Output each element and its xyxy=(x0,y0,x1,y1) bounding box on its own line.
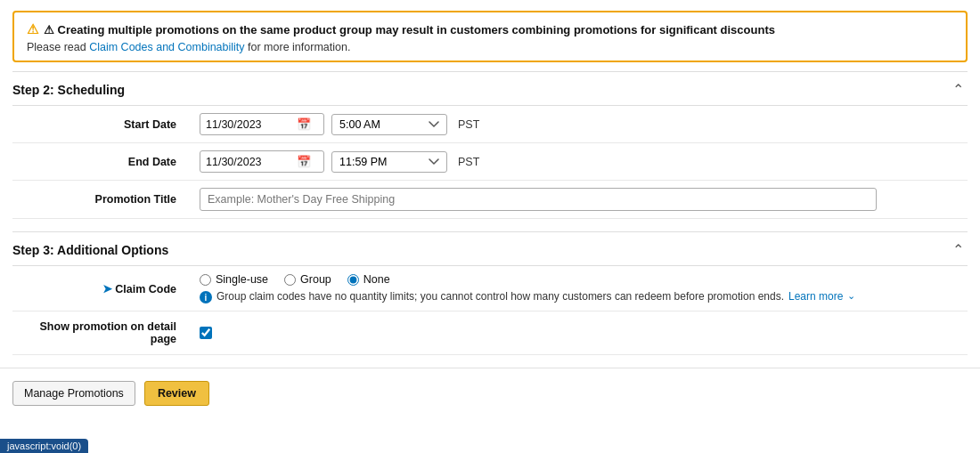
step2-form-table: Start Date 📅 5:00 AM 12:00 AM 1:00 AM 2:… xyxy=(12,106,968,219)
step3-header: Step 3: Additional Options ⌃ xyxy=(12,232,968,266)
warning-subtitle-prefix: Please read xyxy=(27,41,89,53)
end-date-label: End Date xyxy=(12,143,191,181)
warning-icon: ⚠ xyxy=(27,21,38,37)
warning-title: ⚠ ⚠ Creating multiple promotions on the … xyxy=(27,21,953,37)
learn-more-link[interactable]: Learn more xyxy=(788,290,843,303)
show-promo-value-cell xyxy=(191,311,968,355)
step3-collapse-icon[interactable]: ⌃ xyxy=(952,241,964,258)
show-promo-row: Show promotion on detail page xyxy=(12,311,968,355)
warning-subtitle: Please read Claim Codes and Combinabilit… xyxy=(27,41,953,53)
step3-title: Step 3: Additional Options xyxy=(12,243,168,257)
show-promo-checkbox-cell xyxy=(200,327,959,339)
step2-section: Step 2: Scheduling ⌃ Start Date 📅 5:00 A… xyxy=(12,71,968,219)
claim-code-radio-group: Single-use Group None xyxy=(200,273,959,286)
start-date-label: Start Date xyxy=(12,106,191,143)
learn-more-chevron: ⌄ xyxy=(847,290,855,302)
end-date-input-wrap[interactable]: 📅 xyxy=(200,150,324,173)
radio-single-use-label: Single-use xyxy=(216,273,268,286)
end-date-group: 📅 5:00 AM 12:00 AM 11:00 PM 11:59 PM PST xyxy=(200,150,959,173)
warning-title-text: ⚠ Creating multiple promotions on the sa… xyxy=(44,23,775,36)
step2-collapse-icon[interactable]: ⌃ xyxy=(952,81,964,98)
claim-code-label: Claim Code xyxy=(115,283,176,295)
warning-subtitle-suffix: for more information. xyxy=(248,41,350,53)
step3-section: Step 3: Additional Options ⌃ ➤ Claim Cod… xyxy=(12,231,968,355)
review-button[interactable]: Review xyxy=(144,381,209,406)
start-date-input[interactable] xyxy=(206,118,295,131)
claim-info-row: i Group claim codes have no quantity lim… xyxy=(200,290,959,303)
claim-code-chevron[interactable]: ➤ xyxy=(102,283,115,295)
promo-title-input[interactable] xyxy=(200,188,877,211)
start-time-select[interactable]: 5:00 AM 12:00 AM 1:00 AM 2:00 AM 3:00 AM… xyxy=(331,114,447,135)
radio-group-label: Group xyxy=(300,273,331,286)
manage-promotions-button[interactable]: Manage Promotions xyxy=(12,381,135,406)
end-date-calendar-icon[interactable]: 📅 xyxy=(297,155,311,168)
promo-title-value-cell xyxy=(191,181,968,219)
step2-title: Step 2: Scheduling xyxy=(12,83,125,97)
start-date-input-wrap[interactable]: 📅 xyxy=(200,113,324,135)
claim-code-label-cell: ➤ Claim Code xyxy=(12,266,191,311)
step3-form-table: ➤ Claim Code Single-use Group None xyxy=(12,266,968,355)
end-date-value-cell: 📅 5:00 AM 12:00 AM 11:00 PM 11:59 PM PST xyxy=(191,143,968,181)
bottom-bar: Manage Promotions Review xyxy=(0,368,980,415)
warning-banner: ⚠ ⚠ Creating multiple promotions on the … xyxy=(12,11,968,62)
radio-group-input[interactable] xyxy=(284,274,296,286)
end-time-select[interactable]: 5:00 AM 12:00 AM 11:00 PM 11:59 PM xyxy=(331,151,447,173)
claim-code-row: ➤ Claim Code Single-use Group None xyxy=(12,266,968,311)
start-date-group: 📅 5:00 AM 12:00 AM 1:00 AM 2:00 AM 3:00 … xyxy=(200,113,959,135)
info-icon: i xyxy=(200,291,212,303)
radio-none-label: None xyxy=(363,273,390,286)
step2-header: Step 2: Scheduling ⌃ xyxy=(12,72,968,106)
end-date-row: End Date 📅 5:00 AM 12:00 AM 11:00 PM 11:… xyxy=(12,143,968,181)
claim-info-text: Group claim codes have no quantity limit… xyxy=(216,290,784,303)
radio-none-option[interactable]: None xyxy=(347,273,390,286)
end-tz-label: PST xyxy=(458,156,479,168)
radio-single-use-input[interactable] xyxy=(200,274,211,286)
show-promo-checkbox[interactable] xyxy=(200,327,212,339)
end-date-input[interactable] xyxy=(206,156,295,168)
radio-none-input[interactable] xyxy=(347,274,359,286)
promo-title-label: Promotion Title xyxy=(12,181,191,219)
radio-single-use[interactable]: Single-use xyxy=(200,273,268,286)
claim-codes-link[interactable]: Claim Codes and Combinability xyxy=(89,41,244,53)
status-bar: javascript:void(0) xyxy=(0,439,88,453)
start-date-value-cell: 📅 5:00 AM 12:00 AM 1:00 AM 2:00 AM 3:00 … xyxy=(191,106,968,143)
promo-title-row: Promotion Title xyxy=(12,181,968,219)
start-date-row: Start Date 📅 5:00 AM 12:00 AM 1:00 AM 2:… xyxy=(12,106,968,143)
start-date-calendar-icon[interactable]: 📅 xyxy=(297,117,311,131)
show-promo-label: Show promotion on detail page xyxy=(12,311,191,355)
radio-group-option[interactable]: Group xyxy=(284,273,331,286)
claim-code-value-cell: Single-use Group None i Group claim code… xyxy=(191,266,968,311)
start-tz-label: PST xyxy=(458,118,479,131)
